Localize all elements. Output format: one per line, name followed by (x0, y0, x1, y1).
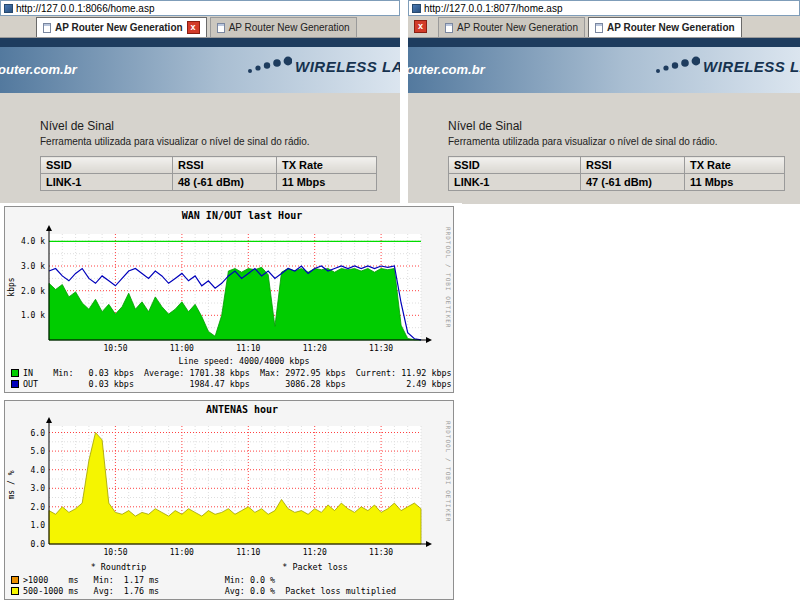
wan-chart-panel: WAN IN/OUT last Hour 1.0 k2.0 k3.0 k4.0 … (4, 206, 454, 393)
antenas-chart-svg: 0.01.02.03.04.05.06.010:5011:0011:1011:2… (5, 416, 451, 562)
brand-logo-text: outer.com.br (0, 62, 77, 77)
legend-text: IN Min: 0.03 kbps Average: 1701.38 kbps … (23, 368, 452, 379)
svg-text:4.0: 4.0 (31, 466, 46, 475)
rrdtool-watermark: RRDTOOL / TOBI OETIKER (445, 421, 452, 522)
url-bar[interactable] (408, 0, 800, 16)
svg-text:11:10: 11:10 (236, 344, 260, 353)
page-icon (595, 23, 603, 33)
legend-row: 500-1000 ms Avg: 1.76 ms Avg: 0.0 % Pack… (11, 586, 453, 597)
header-banner: outer.com.br WIRELESS LA (408, 47, 800, 93)
wan-chart-legend: IN Min: 0.03 kbps Average: 1701.38 kbps … (5, 366, 453, 392)
svg-text:11:20: 11:20 (303, 344, 327, 353)
legend-swatch-icon (11, 587, 19, 595)
charts-window: WAN IN/OUT last Hour 1.0 k2.0 k3.0 k4.0 … (0, 203, 462, 600)
svg-text:11:00: 11:00 (170, 548, 194, 557)
svg-text:2.0: 2.0 (31, 503, 46, 512)
svg-text:1.0 k: 1.0 k (21, 311, 45, 320)
legend-text: >1000 ms Min: 1.17 ms Min: 0.0 % (23, 575, 275, 586)
legend-swatch-icon (11, 380, 19, 388)
antenas-chart-title: ANTENAS hour (5, 401, 453, 416)
cell-rssi: 48 (-61 dBm) (173, 174, 277, 191)
rrdtool-watermark: RRDTOOL / TOBI OETIKER (445, 227, 452, 328)
svg-text:3.0 k: 3.0 k (21, 262, 45, 271)
header-banner: outer.com.br WIRELESS LA (0, 47, 400, 93)
table-row: LINK-1 47 (-61 dBm) 11 Mbps (449, 174, 785, 191)
tab-ap-router-1[interactable]: AP Router New Generation (438, 17, 585, 37)
favicon-icon (412, 4, 421, 13)
page-title: Nível de Sinal (40, 119, 400, 133)
page-subtitle: Ferramenta utilizada para visualizar o n… (40, 136, 400, 147)
page-icon (217, 23, 225, 33)
legend-swatch-icon (11, 369, 19, 377)
tab-bar: x AP Router New Generation AP Router New… (408, 16, 800, 38)
table-header-row: SSID RSSI TX Rate (41, 157, 377, 174)
page-icon (445, 23, 453, 33)
close-tab-icon[interactable]: x (187, 21, 200, 34)
table-header-row: SSID RSSI TX Rate (449, 157, 785, 174)
dots-icon (246, 55, 292, 77)
cell-ssid: LINK-1 (449, 174, 581, 191)
svg-text:1.0: 1.0 (31, 521, 46, 530)
wireless-lan-text: WIRELESS LA (703, 58, 800, 75)
line-speed-label: Line speed: 4000/4000 kbps (5, 356, 453, 366)
cell-ssid: LINK-1 (41, 174, 173, 191)
svg-text:2.0 k: 2.0 k (21, 287, 45, 296)
page-icon (43, 23, 51, 33)
tab-label: AP Router New Generation (55, 22, 183, 33)
col-header-txrate: TX Rate (277, 157, 377, 174)
svg-text:kbps: kbps (7, 277, 16, 296)
page-content: Nível de Sinal Ferramenta utilizada para… (0, 93, 400, 204)
col-header-ssid: SSID (41, 157, 173, 174)
svg-text:11:00: 11:00 (170, 344, 194, 353)
browser-window-right: x AP Router New Generation AP Router New… (408, 0, 800, 204)
tab-ap-router-2[interactable]: AP Router New Generation (210, 17, 357, 37)
browser-window-left: AP Router New Generation x AP Router New… (0, 0, 400, 204)
svg-text:3.0: 3.0 (31, 484, 46, 493)
antenas-chart-legend: >1000 ms Min: 1.17 ms Min: 0.0 %500-1000… (5, 573, 453, 599)
antenas-chart-panel: ANTENAS hour 0.01.02.03.04.05.06.010:501… (4, 400, 454, 600)
page-title: Nível de Sinal (448, 119, 800, 133)
legend-swatch-icon (11, 576, 19, 584)
svg-text:10:50: 10:50 (103, 344, 127, 353)
legend-row: >1000 ms Min: 1.17 ms Min: 0.0 % (11, 575, 453, 586)
svg-text:6.0: 6.0 (31, 429, 46, 438)
tab-label: AP Router New Generation (457, 22, 578, 33)
svg-text:ms / %: ms / % (7, 470, 16, 499)
cell-txrate: 11 Mbps (277, 174, 377, 191)
svg-text:11:20: 11:20 (303, 548, 327, 557)
url-input[interactable] (424, 3, 796, 14)
cell-txrate: 11 Mbps (685, 174, 785, 191)
page-subtitle: Ferramenta utilizada para visualizar o n… (448, 136, 800, 147)
svg-text:5.0: 5.0 (31, 447, 46, 456)
page-content: Nível de Sinal Ferramenta utilizada para… (408, 93, 800, 204)
tab-label: AP Router New Generation (229, 22, 350, 33)
legend-row: IN Min: 0.03 kbps Average: 1701.38 kbps … (11, 368, 453, 379)
url-bar[interactable] (0, 0, 400, 16)
cell-rssi: 47 (-61 dBm) (581, 174, 685, 191)
url-input[interactable] (16, 3, 396, 14)
svg-text:11:10: 11:10 (236, 548, 260, 557)
dots-icon (654, 55, 700, 77)
header-navy-strip (0, 38, 400, 47)
tab-ap-router-2[interactable]: AP Router New Generation (588, 17, 742, 37)
svg-text:11:30: 11:30 (369, 548, 393, 557)
tab-ap-router-1[interactable]: AP Router New Generation x (36, 17, 207, 37)
signal-table: SSID RSSI TX Rate LINK-1 47 (-61 dBm) 11… (448, 156, 785, 191)
svg-text:0.0: 0.0 (31, 540, 46, 549)
signal-table: SSID RSSI TX Rate LINK-1 48 (-61 dBm) 11… (40, 156, 377, 191)
svg-text:10:50: 10:50 (103, 548, 127, 557)
wireless-lan-text: WIRELESS LA (295, 58, 400, 75)
col-header-rssi: RSSI (581, 157, 685, 174)
legend-text: OUT 0.03 kbps 1984.47 kbps 3086.28 kbps … (23, 379, 452, 390)
tab-bar: AP Router New Generation x AP Router New… (0, 16, 400, 38)
header-navy-strip (408, 38, 800, 47)
col-header-ssid: SSID (449, 157, 581, 174)
wireless-lan-logo: WIRELESS LA (654, 55, 800, 77)
roundtrip-packetloss-note: * Roundtrip * Packet loss (5, 562, 453, 573)
svg-text:11:30: 11:30 (369, 344, 393, 353)
legend-text: 500-1000 ms Avg: 1.76 ms Avg: 0.0 % Pack… (23, 586, 396, 597)
col-header-rssi: RSSI (173, 157, 277, 174)
col-header-txrate: TX Rate (685, 157, 785, 174)
svg-text:4.0 k: 4.0 k (21, 237, 45, 246)
close-tab-icon[interactable]: x (414, 20, 427, 33)
